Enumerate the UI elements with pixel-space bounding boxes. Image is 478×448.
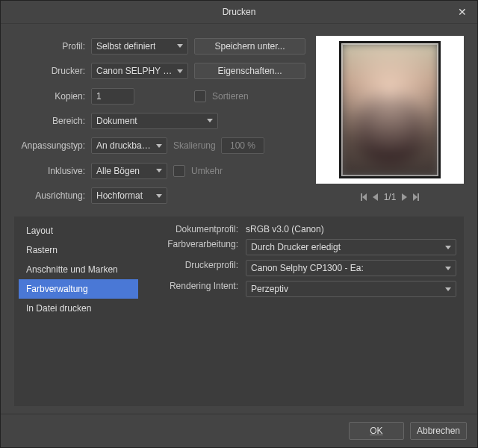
chevron-down-icon — [156, 169, 162, 172]
pager-text: 1/1 — [384, 192, 397, 202]
color-management-panel: Dokumentprofil: sRGB v3.0 (Canon) Farbve… — [141, 221, 459, 402]
ok-button[interactable]: OK — [349, 422, 404, 440]
chevron-down-icon — [445, 267, 451, 270]
next-page-button[interactable] — [402, 193, 407, 201]
tab-layout[interactable]: Layout — [19, 221, 138, 240]
copies-label: Kopien: — [14, 91, 85, 102]
checkbox-icon — [173, 165, 185, 177]
color-handling-select[interactable]: Durch Drucker erledigt — [246, 239, 456, 255]
orientation-select[interactable]: Hochformat — [91, 187, 167, 204]
chevron-down-icon — [177, 44, 183, 48]
tab-print-to-file[interactable]: In Datei drucken — [19, 299, 138, 318]
include-select[interactable]: Alle Bögen — [91, 163, 167, 179]
printer-profile-label: Druckerprofil: — [149, 260, 238, 276]
printer-label: Drucker: — [14, 66, 85, 76]
titlebar: Drucken ✕ — [1, 1, 477, 24]
tab-color-management[interactable]: Farbverwaltung — [19, 279, 138, 299]
profile-select[interactable]: Selbst definiert — [91, 38, 188, 55]
printer-profile-select[interactable]: Canon Selphy CP1300 - Ea: — [246, 260, 456, 276]
checkbox-icon — [194, 90, 206, 102]
chevron-down-icon — [156, 194, 162, 198]
print-preview: 1/1 — [316, 36, 464, 206]
color-handling-label: Farbverarbeitung: — [149, 239, 238, 255]
chevron-down-icon — [445, 246, 451, 249]
collate-checkbox[interactable]: Sortieren — [194, 90, 305, 102]
options-tabs: Layout Rastern Anschnitte und Marken Far… — [19, 221, 138, 402]
preview-pager: 1/1 — [316, 188, 464, 206]
fit-type-select[interactable]: An druckbaren — [91, 137, 167, 154]
dialog-title: Drucken — [223, 7, 256, 17]
cancel-button[interactable]: Abbrechen — [410, 422, 467, 440]
preview-page — [316, 36, 464, 184]
range-select[interactable]: Dokument — [91, 113, 218, 129]
rendering-intent-label: Rendering Intent: — [149, 281, 238, 297]
chevron-down-icon — [156, 144, 162, 148]
include-label: Inklusive: — [14, 166, 85, 176]
printer-properties-button[interactable]: Eigenschaften... — [194, 63, 305, 79]
copies-input[interactable] — [91, 88, 134, 105]
print-dialog: Drucken ✕ Profil: Selbst definiert Speic… — [0, 0, 478, 448]
chevron-down-icon — [177, 69, 183, 73]
preview-thumbnail — [339, 41, 441, 178]
options-panel: Layout Rastern Anschnitte und Marken Far… — [14, 217, 464, 406]
dialog-footer: OK Abbrechen — [1, 414, 477, 447]
last-page-button[interactable] — [413, 193, 418, 201]
rendering-intent-select[interactable]: Perzeptiv — [246, 281, 456, 297]
doc-profile-label: Dokumentprofil: — [149, 224, 238, 234]
tab-bleed-marks[interactable]: Anschnitte und Marken — [19, 260, 138, 279]
orientation-label: Ausrichtung: — [14, 190, 85, 201]
doc-profile-value: sRGB v3.0 (Canon) — [246, 224, 456, 234]
chevron-down-icon — [207, 119, 213, 122]
fit-label: Anpassungstyp: — [14, 140, 85, 151]
scale-label: Skalierung — [173, 140, 215, 151]
prev-page-button[interactable] — [373, 193, 378, 201]
close-icon: ✕ — [458, 6, 467, 18]
save-profile-button[interactable]: Speichern unter... — [194, 38, 305, 55]
close-button[interactable]: ✕ — [447, 1, 477, 23]
print-settings-form: Profil: Selbst definiert Speichern unter… — [14, 36, 305, 206]
scale-input: 100 % — [221, 137, 264, 154]
chevron-down-icon — [445, 287, 451, 291]
reverse-checkbox[interactable]: Umkehr — [173, 165, 223, 177]
first-page-button[interactable] — [362, 193, 367, 201]
range-label: Bereich: — [14, 116, 85, 126]
profile-label: Profil: — [14, 41, 85, 52]
printer-select[interactable]: Canon SELPHY CP1300 WS — [91, 63, 188, 79]
tab-raster[interactable]: Rastern — [19, 240, 138, 260]
